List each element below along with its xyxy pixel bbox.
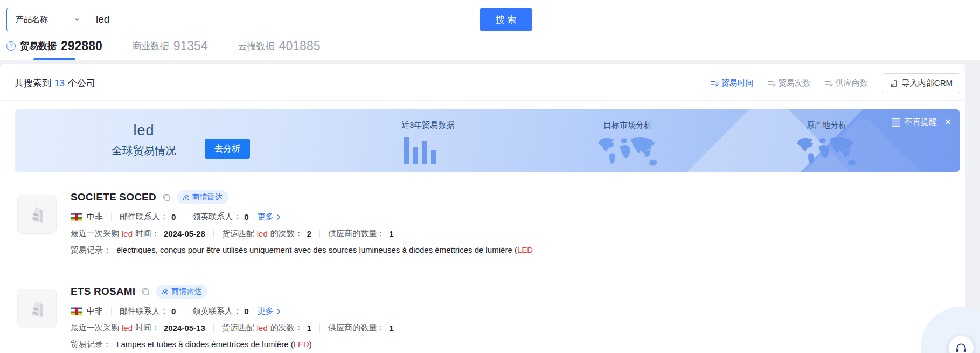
- building-icon: [25, 296, 50, 321]
- company-logo-placeholder: [17, 289, 57, 328]
- keyword-highlight: led: [257, 229, 268, 238]
- data-tabs: ? 贸易数据 292880 商业数据 91354 云搜数据 401885: [0, 31, 980, 60]
- sort-icon: [825, 79, 833, 87]
- business-radar-badge[interactable]: 商情雷达: [177, 190, 228, 204]
- trade-record-row: 贸易记录： électriques, conçus pour être util…: [71, 245, 951, 255]
- world-map-icon: [789, 136, 864, 170]
- banner-dismiss: 不再提醒 ✕: [892, 117, 951, 127]
- email-contacts-label: 邮件联系人：: [120, 306, 168, 316]
- trade-record-row: 贸易记录： Lampes et tubes à diodes émettrice…: [71, 340, 951, 350]
- analysis-banner: led 全球贸易情况 去分析 近3年贸易数据 目标市场分析: [15, 109, 960, 172]
- flag-icon-central-african-republic: [71, 213, 82, 221]
- trade-record-text: électriques, conçus pour être utilisés u…: [116, 245, 517, 254]
- tab-business-data[interactable]: 商业数据 91354: [133, 31, 208, 60]
- company-logo-placeholder: [17, 195, 57, 234]
- banner-item-target-market[interactable]: 目标市场分析: [587, 120, 668, 170]
- country-label: 中非: [87, 212, 103, 222]
- tab-count: 292880: [61, 39, 102, 53]
- trade-record-keyword: LED: [294, 340, 309, 349]
- close-icon[interactable]: ✕: [944, 117, 951, 127]
- results-bar: 共搜索到13个公司 贸易时间 贸易次数 供应商数: [0, 64, 965, 101]
- trade-record-text: Lampes et tubes à diodes émettrices de l…: [116, 340, 294, 349]
- keyword-highlight: led: [122, 323, 133, 333]
- dismiss-checkbox[interactable]: [892, 118, 900, 127]
- sort-trade-count[interactable]: 贸易次数: [768, 78, 811, 88]
- keyword-highlight: led: [257, 323, 268, 333]
- banner-item-recent-trade[interactable]: 近3年贸易数据: [401, 120, 454, 164]
- linkedin-contacts-label: 领英联系人：: [192, 306, 241, 316]
- company-card-body: ETS ROSAMI: [71, 285, 951, 350]
- linkedin-contacts-value: 0: [244, 212, 248, 222]
- sort-icon: [768, 79, 776, 87]
- email-contacts-value: 0: [171, 212, 176, 222]
- world-map-icon: [590, 136, 665, 170]
- tab-count: 91354: [173, 39, 208, 53]
- headset-icon: [954, 341, 968, 353]
- last-purchase-date: 2024-05-13: [164, 323, 205, 333]
- company-name[interactable]: SOCIETE SOCED: [71, 191, 156, 203]
- linkedin-contacts-value: 0: [244, 307, 248, 316]
- company-card-body: SOCIETE SOCED: [71, 190, 951, 255]
- sort-trade-time[interactable]: 贸易时间: [711, 78, 754, 88]
- search-category-select[interactable]: 产品名称: [7, 8, 88, 31]
- results-count: 13: [54, 78, 65, 88]
- company-name[interactable]: ETS ROSAMI: [71, 286, 135, 297]
- search-input[interactable]: [88, 8, 531, 31]
- results-controls: 贸易时间 贸易次数 供应商数 导入内部CRM: [711, 73, 960, 93]
- banner-subtitle: 全球贸易情况: [95, 143, 192, 158]
- freight-match-count: 1: [307, 323, 311, 333]
- company-card: SOCIETE SOCED: [0, 172, 965, 255]
- tab-label: 云搜数据: [238, 40, 275, 52]
- import-crm-button[interactable]: 导入内部CRM: [882, 73, 960, 93]
- analyze-button[interactable]: 去分析: [205, 139, 250, 159]
- company-card: ETS ROSAMI: [0, 255, 965, 350]
- tab-label: 商业数据: [133, 40, 169, 52]
- dismiss-label: 不再提醒: [905, 117, 937, 127]
- results-summary: 共搜索到13个公司: [15, 77, 95, 89]
- sort-supplier-count[interactable]: 供应商数: [825, 78, 868, 88]
- question-icon[interactable]: ?: [6, 41, 16, 51]
- trade-record-keyword: LED: [517, 245, 533, 254]
- tab-label: 贸易数据: [20, 40, 57, 52]
- sort-icon: [711, 79, 719, 87]
- chevron-down-icon: [74, 16, 80, 23]
- supplier-count: 1: [389, 229, 393, 238]
- email-contacts-label: 邮件联系人：: [120, 212, 168, 222]
- linkedin-contacts-label: 领英联系人：: [192, 212, 241, 222]
- top-search-bar: 产品名称 搜 索: [0, 0, 980, 31]
- trade-record-label: 贸易记录：: [71, 245, 111, 254]
- more-link[interactable]: 更多: [258, 212, 282, 222]
- copy-icon[interactable]: [141, 287, 150, 296]
- radar-icon: [161, 288, 169, 295]
- supplier-count: 1: [389, 323, 393, 333]
- tab-trade-data[interactable]: ? 贸易数据 292880: [6, 31, 102, 60]
- building-icon: [25, 202, 50, 227]
- tab-count: 401885: [279, 39, 321, 53]
- search-category-label: 产品名称: [16, 15, 48, 25]
- flag-icon-central-african-republic: [71, 307, 82, 315]
- chevron-right-icon: [275, 214, 282, 220]
- bar-chart-icon: [404, 136, 454, 164]
- chevron-right-icon: [275, 308, 282, 315]
- import-icon: [889, 79, 898, 88]
- tab-cloud-search-data[interactable]: 云搜数据 401885: [238, 31, 321, 60]
- banner-keyword-block: led 全球贸易情况: [95, 122, 192, 158]
- page-body: 共搜索到13个公司 贸易时间 贸易次数 供应商数: [0, 60, 980, 353]
- banner-keyword: led: [95, 122, 192, 139]
- copy-icon[interactable]: [162, 193, 171, 202]
- search-button[interactable]: 搜 索: [480, 8, 532, 31]
- country-label: 中非: [87, 306, 103, 316]
- search-group: 产品名称 搜 索: [6, 8, 532, 31]
- banner-item-origin[interactable]: 原产地分析: [786, 120, 867, 170]
- trade-record-label: 贸易记录：: [71, 340, 111, 349]
- last-purchase-date: 2024-05-28: [164, 229, 205, 238]
- business-radar-badge[interactable]: 商情雷达: [156, 285, 207, 299]
- results-panel: 共搜索到13个公司 贸易时间 贸易次数 供应商数: [0, 64, 965, 353]
- keyword-highlight: led: [122, 229, 133, 238]
- email-contacts-value: 0: [171, 307, 176, 316]
- radar-icon: [182, 193, 190, 201]
- freight-match-count: 2: [307, 229, 311, 238]
- more-link[interactable]: 更多: [258, 306, 282, 316]
